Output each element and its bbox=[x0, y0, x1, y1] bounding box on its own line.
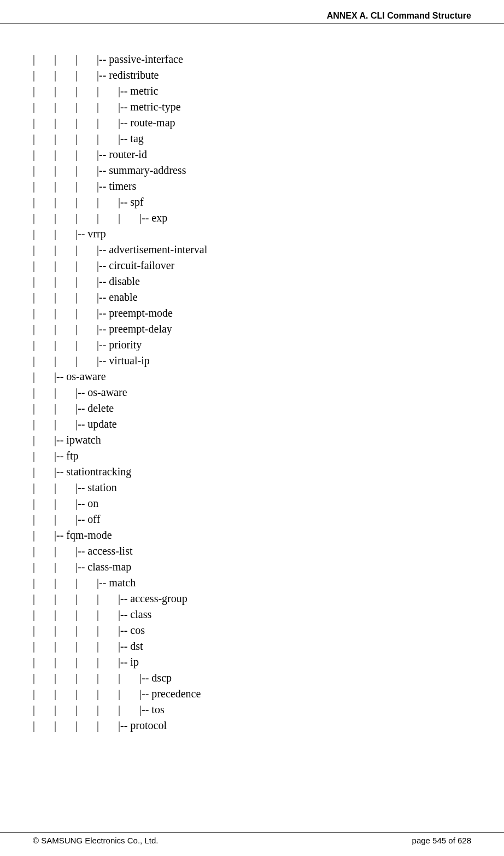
copyright: © SAMSUNG Electronics Co., Ltd. bbox=[33, 836, 158, 845]
page-number: page 545 of 628 bbox=[412, 836, 471, 845]
page-footer: © SAMSUNG Electronics Co., Ltd. page 545… bbox=[0, 832, 504, 845]
cli-tree-content: | | | |-- passive-interface | | | |-- re… bbox=[0, 51, 504, 733]
page-header: ANNEX A. CLI Command Structure bbox=[0, 0, 504, 24]
